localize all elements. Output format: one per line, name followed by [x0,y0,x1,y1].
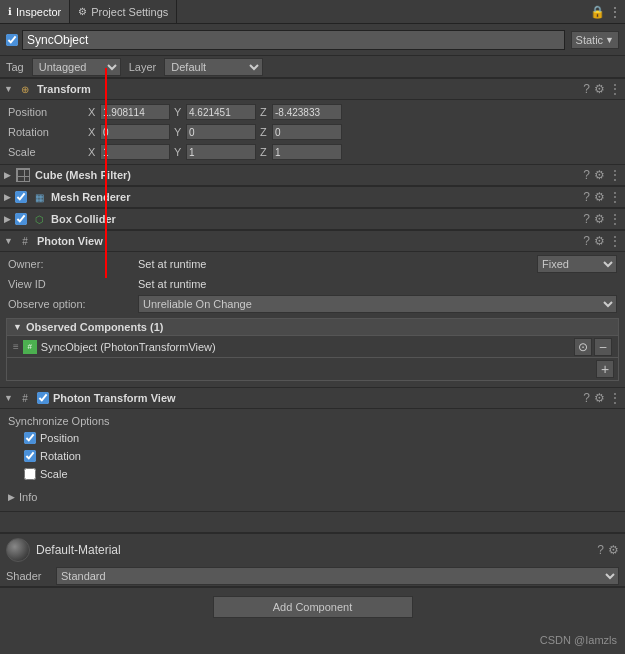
transform-menu-icon[interactable]: ⋮ [609,82,621,96]
position-row: Position X Y Z [0,102,625,122]
observed-item-remove-btn[interactable]: – [594,338,612,356]
project-settings-icon: ⚙ [78,6,87,17]
transform-help-icon[interactable]: ? [583,82,590,96]
scale-y-input[interactable] [186,144,256,160]
photon-view-help-icon[interactable]: ? [583,234,590,248]
observed-item-0: ≡ # SyncObject (PhotonTransformView) ⊙ – [7,335,618,357]
photon-view-menu-icon[interactable]: ⋮ [609,234,621,248]
photon-view-header[interactable]: ▼ # Photon View ? ⚙ ⋮ [0,230,625,252]
info-header[interactable]: ▶ Info [8,487,617,507]
scale-z-label: Z [260,146,270,158]
box-collider-menu-icon[interactable]: ⋮ [609,212,621,226]
observe-option-select[interactable]: Unreliable On Change Unreliable Reliable… [138,295,617,313]
info-label: Info [19,491,37,503]
cube-mesh-filter-header[interactable]: ▶ Cube (Mesh Filter) ? ⚙ ⋮ [0,164,625,186]
ptv-help-icon[interactable]: ? [583,391,590,405]
tab-project-settings-label: Project Settings [91,6,168,18]
owner-type-select[interactable]: Fixed TakeOver Request Custom [537,255,617,273]
static-button[interactable]: Static ▼ [571,31,619,49]
photon-view-arrow-icon: ▼ [4,236,13,246]
cube-arrow-icon: ▶ [4,170,11,180]
layer-select[interactable]: Default TransparentFX Water [164,58,263,76]
box-collider-checkbox[interactable] [15,213,27,225]
position-y-label: Y [174,106,184,118]
rotation-y-label: Y [174,126,184,138]
scale-z-input[interactable] [272,144,342,160]
observed-add-button[interactable]: + [596,360,614,378]
photon-view-content: Owner: Set at runtime Fixed TakeOver Req… [0,252,625,387]
tag-layer-row: Tag Untagged MainCamera Player Layer Def… [0,56,625,78]
mesh-renderer-help-icon[interactable]: ? [583,190,590,204]
transform-settings-icon[interactable]: ⚙ [594,82,605,96]
photon-transform-view-title: Photon Transform View [53,392,583,404]
object-name-input[interactable] [22,30,565,50]
sync-scale-label: Scale [40,468,68,480]
position-x-input[interactable] [100,104,170,120]
position-x-field: X [88,104,170,120]
mesh-renderer-actions: ? ⚙ ⋮ [583,190,621,204]
mesh-renderer-settings-icon[interactable]: ⚙ [594,190,605,204]
material-section: Default-Material ? ⚙ [0,533,625,565]
rotation-z-input[interactable] [272,124,342,140]
box-collider-icon: ⬡ [31,211,47,227]
sync-rotation-label: Rotation [40,450,81,462]
object-enable-checkbox[interactable] [6,34,18,46]
observed-arrow-icon: ▼ [13,322,22,332]
transform-icon: ⊕ [17,81,33,97]
ptv-settings-icon[interactable]: ⚙ [594,391,605,405]
position-y-field: Y [174,104,256,120]
rotation-x-field: X [88,124,170,140]
tab-project-settings[interactable]: ⚙ Project Settings [70,0,177,23]
sync-scale-checkbox[interactable] [24,468,36,480]
box-collider-help-icon[interactable]: ? [583,212,590,226]
box-collider-header[interactable]: ▶ ⬡ Box Collider ? ⚙ ⋮ [0,208,625,230]
observed-item-circle-btn[interactable]: ⊙ [574,338,592,356]
material-settings-icon[interactable]: ⚙ [608,543,619,557]
position-y-input[interactable] [186,104,256,120]
photon-transform-view-header[interactable]: ▼ # Photon Transform View ? ⚙ ⋮ [0,387,625,409]
position-z-label: Z [260,106,270,118]
scale-y-label: Y [174,146,184,158]
scale-x-field: X [88,144,170,160]
transform-section-header[interactable]: ▼ ⊕ Transform ? ⚙ ⋮ [0,78,625,100]
ptv-menu-icon[interactable]: ⋮ [609,391,621,405]
mesh-renderer-arrow-icon: ▶ [4,192,11,202]
material-help-icon[interactable]: ? [597,543,604,557]
position-z-input[interactable] [272,104,342,120]
photon-view-settings-icon[interactable]: ⚙ [594,234,605,248]
mesh-renderer-header[interactable]: ▶ ▦ Mesh Renderer ? ⚙ ⋮ [0,186,625,208]
more-options-icon[interactable]: ⋮ [609,5,621,19]
rotation-x-input[interactable] [100,124,170,140]
lock-icon[interactable]: 🔒 [590,5,605,19]
cube-mesh-filter-title: Cube (Mesh Filter) [35,169,583,181]
cube-help-icon[interactable]: ? [583,168,590,182]
cube-settings-icon[interactable]: ⚙ [594,168,605,182]
box-collider-title: Box Collider [51,213,583,225]
watermark: CSDN @Iamzls [540,634,617,646]
tab-inspector[interactable]: ℹ Inspector [0,0,70,23]
sync-position-checkbox[interactable] [24,432,36,444]
tab-inspector-label: Inspector [16,6,61,18]
add-component-button[interactable]: Add Component [213,596,413,618]
mesh-renderer-checkbox[interactable] [15,191,27,203]
box-collider-settings-icon[interactable]: ⚙ [594,212,605,226]
scale-x-input[interactable] [100,144,170,160]
position-label: Position [8,106,88,118]
scale-y-field: Y [174,144,256,160]
inspector-icon: ℹ [8,6,12,17]
tag-select[interactable]: Untagged MainCamera Player [32,58,121,76]
rotation-y-input[interactable] [186,124,256,140]
cube-menu-icon[interactable]: ⋮ [609,168,621,182]
mesh-renderer-menu-icon[interactable]: ⋮ [609,190,621,204]
grid-icon [15,167,31,183]
mesh-renderer-icon: ▦ [31,189,47,205]
sync-options-section: Synchronize Options Position Rotation Sc… [0,411,625,485]
photon-transform-view-checkbox[interactable] [37,392,49,404]
shader-label: Shader [6,570,56,582]
owner-row: Owner: Set at runtime Fixed TakeOver Req… [0,254,625,274]
material-section-header[interactable]: ▼ [0,511,625,533]
sync-rotation-checkbox[interactable] [24,450,36,462]
shader-select[interactable]: Standard [56,567,619,585]
observed-components-header[interactable]: ▼ Observed Components (1) [7,319,618,335]
photon-transform-view-content: Synchronize Options Position Rotation Sc… [0,409,625,511]
